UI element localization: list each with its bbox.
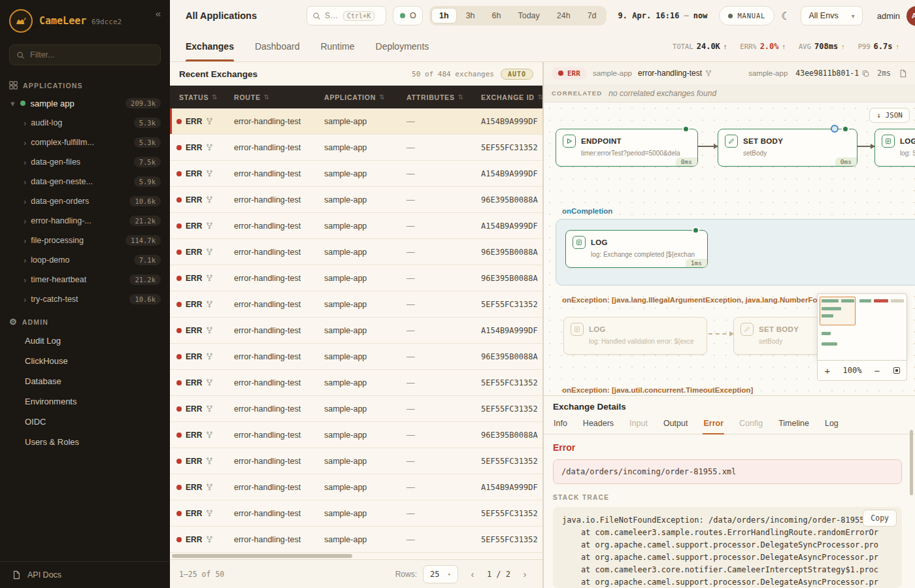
rows-per-page-select[interactable]: 25 ▾ [423, 565, 458, 583]
chevron-right-icon: › [24, 217, 26, 225]
exchange-row[interactable]: ERR error-handling-test sample-app — 5EF… [170, 500, 542, 527]
dark-mode-toggle[interactable]: ☾ [781, 6, 790, 25]
exchange-row[interactable]: ERR error-handling-test sample-app — A15… [170, 108, 542, 135]
admin-nav-item[interactable]: Audit Log [0, 331, 170, 351]
details-tab[interactable]: Log [824, 415, 839, 434]
column-header-application[interactable]: APPLICATION⇅ [318, 93, 400, 101]
download-json-button[interactable]: ↓ JSON [869, 108, 910, 123]
sidebar-route-item[interactable]: › error-handling-... 21.2k [0, 211, 170, 231]
route-fork-icon [206, 196, 213, 203]
flow-node-endpoint[interactable]: ENDPOINT timer:errorTest?period=5000&del… [556, 129, 698, 167]
date-range[interactable]: 9. Apr. 16:16 — now [618, 11, 708, 20]
admin-nav-item[interactable]: Database [0, 371, 170, 391]
avatar[interactable]: AD [907, 6, 915, 26]
sidebar-route-item[interactable]: › data-gen-orders 10.6k [0, 191, 170, 211]
global-search[interactable]: Ctrl+K [307, 6, 386, 25]
sidebar-app-sample-app[interactable]: ▾ sample app 209.3k [0, 93, 170, 113]
sidebar-route-item[interactable]: › timer-heartbeat 21.2k [0, 270, 170, 289]
main-tab[interactable]: Exchanges [186, 31, 234, 61]
stack-trace-block[interactable]: Copy java.io.FileNotFoundException: /dat… [553, 507, 902, 588]
exchange-row[interactable]: ERR error-handling-test sample-app — 5EF… [170, 135, 542, 161]
exchange-row[interactable]: ERR error-handling-test sample-app — 5EF… [170, 291, 542, 318]
exchange-row[interactable]: ERR error-handling-test sample-app — 96E… [170, 265, 542, 291]
details-tab[interactable]: Info [553, 415, 568, 434]
status-label: ERR [186, 195, 202, 204]
live-toggle[interactable]: O [393, 6, 423, 25]
column-header-exchange-id[interactable]: EXCHANGE ID⇅ [474, 93, 542, 101]
copy-button[interactable]: Copy [863, 510, 897, 527]
details-tab[interactable]: Input [629, 415, 648, 434]
exchange-row[interactable]: ERR error-handling-test sample-app — 5EF… [170, 396, 542, 422]
exchange-row[interactable]: ERR error-handling-test sample-app — A15… [170, 474, 542, 500]
details-tab[interactable]: Error [703, 415, 724, 434]
exchange-row[interactable]: ERR error-handling-test sample-app — A15… [170, 161, 542, 187]
camel-logo[interactable] [9, 9, 33, 33]
sidebar-route-item[interactable]: › loop-demo 7.1k [0, 250, 170, 270]
time-range-button[interactable]: 3h [458, 8, 483, 24]
exchange-id-cell: A154B9A999DF [474, 117, 542, 126]
sidebar-route-item[interactable]: › data-gen-neste... 5.9k [0, 172, 170, 191]
admin-nav-item[interactable]: Users & Roles [0, 432, 170, 452]
flow-connector [698, 146, 718, 147]
sidebar-route-item[interactable]: › data-gen-files 7.5k [0, 152, 170, 172]
column-header-attributes[interactable]: ATTRIBUTES⇅ [400, 93, 474, 101]
auto-refresh-badge[interactable]: AUTO [501, 69, 533, 80]
flow-route-name[interactable]: error-handling-test [638, 69, 712, 78]
exchange-row[interactable]: ERR error-handling-test sample-app — 5EF… [170, 448, 542, 474]
exchange-id[interactable]: 43ee9811b801-1 [795, 69, 869, 78]
flow-node-setbody[interactable]: SET BODY setBody 0ms [718, 129, 857, 167]
main-tab[interactable]: Runtime [320, 31, 354, 61]
exchange-row[interactable]: ERR error-handling-test sample-app — A15… [170, 318, 542, 344]
copy-icon[interactable] [862, 70, 869, 77]
application-cell: sample-app [318, 326, 400, 335]
exchange-count: 50 of 484 exchanges [412, 70, 494, 78]
sidebar-route-item[interactable]: › audit-log 5.3k [0, 113, 170, 133]
sidebar-route-item[interactable]: › complex-fulfillm... 5.3k [0, 133, 170, 152]
exchange-row[interactable]: ERR error-handling-test sample-app — 96E… [170, 344, 542, 370]
main-tab[interactable]: Deployments [376, 31, 429, 61]
zoom-in-button[interactable]: + [818, 361, 837, 380]
time-range-button[interactable]: 24h [549, 8, 578, 24]
sidebar-collapse-button[interactable]: « [156, 8, 161, 19]
flow-node-log[interactable]: LOG log: Sta [874, 129, 915, 167]
exchange-row[interactable]: ERR error-handling-test sample-app — 5EF… [170, 527, 542, 553]
prev-page-button[interactable]: ‹ [464, 566, 481, 583]
horizontal-scrollbar-thumb[interactable] [172, 554, 352, 558]
details-tab[interactable]: Timeline [778, 415, 810, 434]
next-page-button[interactable]: › [516, 566, 533, 583]
exchange-row[interactable]: ERR error-handling-test sample-app — 96E… [170, 239, 542, 265]
main-tab[interactable]: Dashboard [255, 31, 300, 61]
api-docs-link[interactable]: API Docs [0, 561, 170, 588]
exchange-row[interactable]: ERR error-handling-test sample-app — A15… [170, 213, 542, 239]
flow-node-exception-log[interactable]: LOG log: Handled validation error: ${exc… [563, 317, 707, 355]
exchange-row[interactable]: ERR error-handling-test sample-app — 5EF… [170, 370, 542, 396]
search-input[interactable] [325, 11, 339, 20]
filter-input[interactable] [30, 50, 154, 59]
column-header-route[interactable]: ROUTE⇅ [227, 93, 318, 101]
exchange-row[interactable]: ERR error-handling-test sample-app — 96E… [170, 187, 542, 213]
sidebar-route-item[interactable]: › file-processing 114.7k [0, 231, 170, 250]
zoom-out-button[interactable]: − [867, 361, 887, 380]
vertical-scrollbar-thumb[interactable] [910, 430, 913, 495]
zoom-fit-button[interactable] [887, 361, 907, 380]
time-range-button[interactable]: 6h [484, 8, 509, 24]
flow-canvas[interactable]: ↓ JSON ENDPOINT timer:errorTest?period=5… [544, 103, 915, 395]
flow-node-completion-log[interactable]: LOG log: Exchange completed [${exchan 1m… [565, 230, 708, 268]
time-range-button[interactable]: Today [510, 8, 547, 24]
time-range-button[interactable]: 7d [580, 8, 605, 24]
column-header-status[interactable]: STATUS⇅ [170, 93, 227, 101]
time-range-button[interactable]: 1h [431, 8, 457, 24]
details-tab[interactable]: Config [739, 415, 763, 434]
admin-nav-item[interactable]: OIDC [0, 412, 170, 432]
admin-nav-item[interactable]: Environments [0, 391, 170, 412]
document-icon[interactable] [899, 69, 907, 78]
exchange-row[interactable]: ERR error-handling-test sample-app — 96E… [170, 422, 542, 448]
admin-nav-item[interactable]: ClickHouse [0, 351, 170, 371]
details-tab[interactable]: Headers [582, 415, 614, 434]
sidebar-filter[interactable] [9, 44, 161, 65]
details-tab[interactable]: Output [663, 415, 689, 434]
refresh-mode-button[interactable]: MANUAL [719, 6, 774, 25]
flow-minimap[interactable] [817, 293, 907, 360]
environment-select[interactable]: All Envs ▾ [801, 6, 862, 25]
sidebar-route-item[interactable]: › try-catch-test 10.6k [0, 289, 170, 309]
